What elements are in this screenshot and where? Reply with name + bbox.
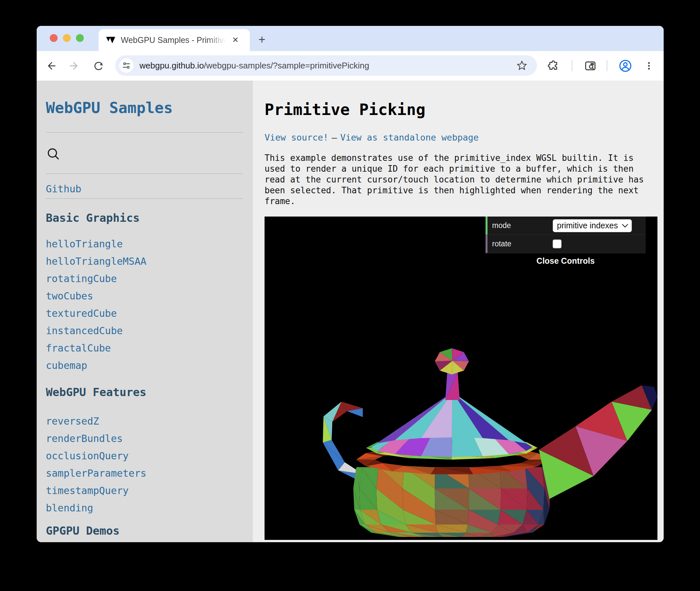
view-source-link[interactable]: View source! — [264, 132, 328, 142]
sidebar-item-fractalCube[interactable]: fractalCube — [46, 342, 111, 354]
browser-toolbar: webgpu.github.io/webgpu-samples/?sample=… — [37, 51, 664, 81]
traffic-light-zoom[interactable] — [76, 34, 84, 42]
url-path: /webgpu-samples/?sample=primitivePicking — [204, 61, 369, 70]
webgpu-favicon-icon — [106, 36, 115, 45]
link-separator: – — [332, 132, 337, 142]
mode-select-value: primitive indexes — [557, 221, 618, 230]
reload-icon[interactable] — [91, 59, 106, 73]
gui-panel: mode primitive indexes rotate Close Cont… — [485, 216, 646, 268]
rotate-checkbox[interactable] — [553, 240, 561, 248]
close-controls-button[interactable]: Close Controls — [485, 253, 646, 268]
toolbar-separator — [572, 60, 572, 71]
list-item: cubemap — [46, 357, 243, 374]
list-item: helloTriangle — [46, 235, 243, 253]
sidebar-item-timestampQuery[interactable]: timestampQuery — [46, 485, 129, 496]
gui-label-mode: mode — [492, 221, 553, 230]
extensions-icon[interactable] — [546, 59, 560, 73]
sidebar-item-instancedCube[interactable]: instancedCube — [46, 325, 123, 336]
profile-avatar-icon[interactable] — [618, 59, 633, 73]
list-item: rotatingCube — [46, 270, 243, 287]
sidebar-item-helloTriangle[interactable]: helloTriangle — [46, 238, 123, 250]
main-panel: Primitive Picking View source!–View as s… — [253, 81, 664, 542]
tab-close-icon[interactable]: ✕ — [232, 35, 239, 46]
list-item: instancedCube — [46, 322, 243, 339]
canvas-container: mode primitive indexes rotate Close Cont… — [264, 216, 657, 540]
sidebar-item-occlusionQuery[interactable]: occlusionQuery — [46, 450, 129, 462]
divider — [46, 173, 243, 174]
sidebar-list-basic-graphics: helloTriangle helloTriangleMSAA rotating… — [46, 235, 243, 374]
side-panel-search-icon[interactable] — [583, 59, 598, 73]
sidebar-heading-gpgpu-demos: GPGPU Demos — [46, 524, 243, 537]
sidebar-item-reversedZ[interactable]: reversedZ — [46, 415, 99, 427]
sidebar-item-renderBundles[interactable]: renderBundles — [46, 433, 123, 444]
gui-row-mode: mode primitive indexes — [485, 216, 646, 235]
sidebar-item-twoCubes[interactable]: twoCubes — [46, 290, 93, 302]
list-item: texturedCube — [46, 305, 243, 322]
toolbar-separator — [607, 60, 607, 71]
page-title: Primitive Picking — [264, 100, 664, 119]
list-item: renderBundles — [46, 430, 243, 447]
sample-description: This example demonstrates use of the pri… — [264, 153, 651, 207]
divider — [46, 132, 243, 133]
url-host: webgpu.github.io — [140, 61, 204, 70]
sidebar-item-github[interactable]: Github — [46, 183, 243, 195]
menu-dots-icon[interactable] — [642, 59, 656, 73]
url-text: webgpu.github.io/webgpu-samples/?sample=… — [140, 61, 369, 71]
sidebar-item-samplerParameters[interactable]: samplerParameters — [46, 467, 146, 479]
list-item: reversedZ — [46, 412, 243, 430]
bookmark-star-icon[interactable] — [515, 58, 529, 73]
traffic-light-minimize[interactable] — [63, 34, 71, 42]
gui-label-rotate: rotate — [492, 240, 553, 248]
search-icon[interactable] — [46, 146, 61, 161]
chevron-down-icon — [622, 224, 628, 228]
list-item: twoCubes — [46, 287, 243, 305]
sidebar: WebGPU Samples Github Basic Graphics hel… — [37, 81, 253, 542]
sidebar-item-rotatingCube[interactable]: rotatingCube — [46, 273, 117, 284]
divider — [46, 198, 243, 199]
list-item: helloTriangleMSAA — [46, 253, 243, 270]
sidebar-heading-basic-graphics: Basic Graphics — [46, 211, 243, 224]
site-info-icon[interactable] — [119, 58, 134, 73]
gui-row-rotate: rotate — [485, 235, 646, 253]
list-item: fractalCube — [46, 339, 243, 357]
new-tab-button[interactable]: + — [255, 34, 268, 47]
mode-select[interactable]: primitive indexes — [553, 219, 632, 232]
sidebar-item-cubemap[interactable]: cubemap — [46, 360, 87, 371]
list-item: samplerParameters — [46, 465, 243, 482]
tab-title: WebGPU Samples - Primitive — [121, 36, 226, 45]
sidebar-heading-webgpu-features: WebGPU Features — [46, 386, 243, 399]
list-item: occlusionQuery — [46, 447, 243, 465]
screenshot-stage: WebGPU Samples - Primitive ✕ + webgpu.gi… — [0, 0, 700, 591]
tab-strip: WebGPU Samples - Primitive ✕ + — [37, 26, 664, 51]
url-bar[interactable]: webgpu.github.io/webgpu-samples/?sample=… — [115, 55, 537, 76]
back-icon[interactable] — [44, 59, 58, 73]
browser-window: WebGPU Samples - Primitive ✕ + webgpu.gi… — [37, 26, 664, 542]
sidebar-item-helloTriangleMSAA[interactable]: helloTriangleMSAA — [46, 256, 146, 267]
page-content: WebGPU Samples Github Basic Graphics hel… — [37, 81, 664, 542]
forward-icon[interactable] — [67, 59, 82, 73]
sample-links: View source!–View as standalone webpage — [264, 132, 664, 142]
sidebar-title: WebGPU Samples — [46, 99, 243, 117]
browser-tab[interactable]: WebGPU Samples - Primitive ✕ — [98, 29, 250, 51]
sidebar-list-webgpu-features: reversedZ renderBundles occlusionQuery s… — [46, 412, 243, 517]
sidebar-item-blending[interactable]: blending — [46, 502, 93, 514]
sidebar-item-texturedCube[interactable]: texturedCube — [46, 308, 117, 319]
traffic-light-close[interactable] — [50, 34, 58, 42]
list-item: blending — [46, 499, 243, 517]
standalone-webpage-link[interactable]: View as standalone webpage — [340, 132, 479, 142]
list-item: timestampQuery — [46, 482, 243, 499]
